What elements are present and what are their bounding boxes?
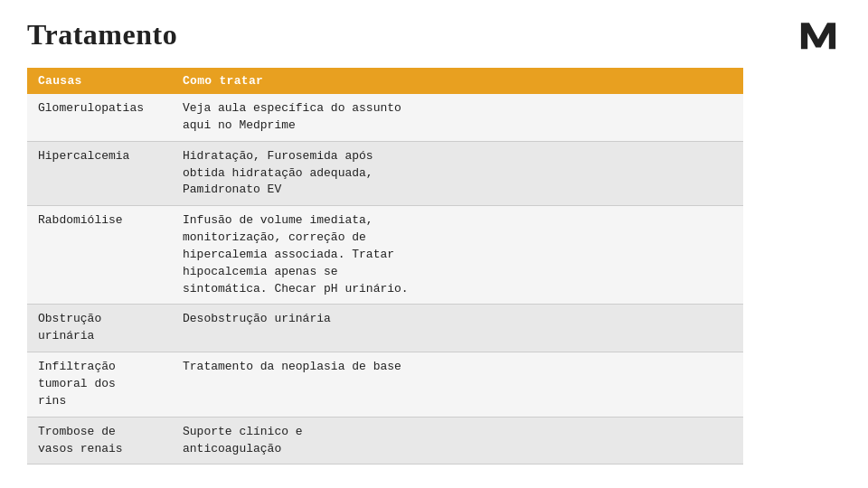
treatment-cell: Desobstrução urinária [172,305,743,352]
table-row: GlomerulopatiasVeja aula específica do a… [27,94,743,141]
header-como-tratar: Como tratar [172,68,743,94]
table-row: Trombose de vasos renaisSuporte clínico … [27,417,743,465]
treatment-table: Causas Como tratar GlomerulopatiasVeja a… [27,68,743,465]
logo [796,16,841,52]
treatment-cell: Tratamento da neoplasia de base [172,352,743,418]
table-row: RabdomióliseInfusão de volume imediata, … [27,206,743,305]
treatment-cell: Infusão de volume imediata, monitorizaçã… [172,206,743,305]
cause-cell: Infiltração tumoral dos rins [27,352,172,418]
svg-marker-0 [801,23,835,49]
header-causas: Causas [27,68,172,94]
table-row: Obstrução urináriaDesobstrução urinária [27,305,743,352]
page-title: Tratamento [27,18,841,52]
cause-cell: Obstrução urinária [27,305,172,352]
treatment-cell: Hidratação, Furosemida após obtida hidra… [172,141,743,206]
table-row: HipercalcemiaHidratação, Furosemida após… [27,141,743,206]
cause-cell: Hipercalcemia [27,141,172,206]
table-row: Infiltração tumoral dos rinsTratamento d… [27,352,743,418]
cause-cell: Trombose de vasos renais [27,417,172,465]
table-header-row: Causas Como tratar [27,68,743,94]
page: Tratamento Causas Como tratar Glomerulop… [0,0,868,488]
cause-cell: Rabdomiólise [27,206,172,305]
treatment-cell: Suporte clínico e anticoagulação [172,417,743,465]
cause-cell: Glomerulopatias [27,94,172,141]
treatment-cell: Veja aula específica do assunto aqui no … [172,94,743,141]
